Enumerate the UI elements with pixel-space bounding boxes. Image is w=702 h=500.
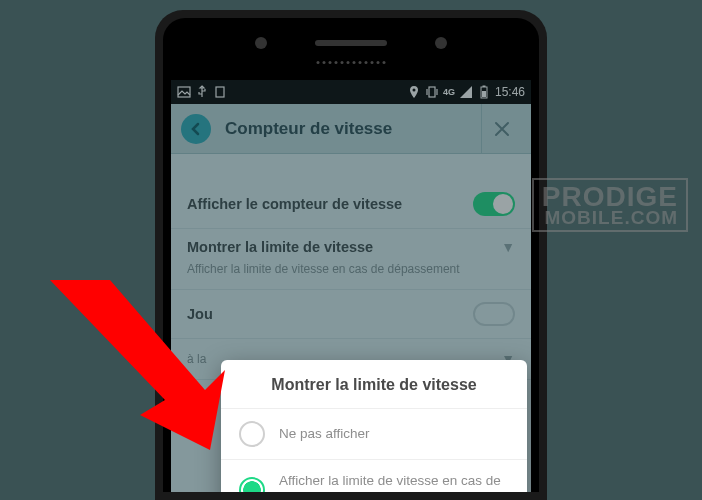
- watermark-line2: MOBILE.COM: [542, 209, 678, 226]
- svg-point-2: [412, 89, 415, 92]
- speed-limit-dialog: Montrer la limite de vitesse Ne pas affi…: [221, 360, 527, 492]
- svg-rect-0: [178, 87, 190, 97]
- watermark: PRODIGE MOBILE.COM: [532, 178, 688, 232]
- setting-label: Afficher le compteur de vitesse: [187, 196, 402, 212]
- back-button[interactable]: [181, 114, 211, 144]
- notification-icon: [213, 85, 227, 99]
- svg-rect-3: [429, 87, 435, 97]
- chevron-left-icon: [189, 122, 203, 136]
- setting-row-3[interactable]: Jou: [171, 290, 531, 339]
- setting-sub: Afficher la limite de vitesse en cas de …: [187, 262, 460, 276]
- phone-screen: 4G 15:46 Compteur de vitesse: [171, 80, 531, 492]
- network-type: 4G: [443, 87, 455, 97]
- svg-rect-6: [482, 91, 486, 97]
- close-button[interactable]: [481, 104, 521, 153]
- signal-icon: [459, 85, 473, 99]
- app-header: Compteur de vitesse: [171, 104, 531, 154]
- option-label: Afficher la limite de vitesse en cas de …: [279, 472, 509, 492]
- status-time: 15:46: [495, 85, 525, 99]
- settings-list: Afficher le compteur de vitesse Montrer …: [171, 154, 531, 380]
- chevron-down-icon: ▼: [501, 239, 515, 255]
- option-dont-show[interactable]: Ne pas afficher: [221, 408, 527, 459]
- radio-icon: [239, 421, 265, 447]
- setting-show-limit[interactable]: Montrer la limite de vitesse ▼: [171, 229, 531, 259]
- status-bar: 4G 15:46: [171, 80, 531, 104]
- phone-bezel: 4G 15:46 Compteur de vitesse: [163, 18, 539, 492]
- page-title: Compteur de vitesse: [211, 119, 481, 139]
- setting-label: Montrer la limite de vitesse: [187, 239, 373, 255]
- phone-speaker: [315, 40, 387, 46]
- radio-selected-icon: [239, 477, 265, 492]
- phone-frame: 4G 15:46 Compteur de vitesse: [155, 10, 547, 500]
- watermark-line1: PRODIGE: [542, 184, 678, 209]
- dialog-title: Montrer la limite de vitesse: [221, 360, 527, 408]
- setting-show-speedometer[interactable]: Afficher le compteur de vitesse: [171, 180, 531, 229]
- close-icon: [492, 119, 512, 139]
- vibrate-icon: [425, 85, 439, 99]
- location-icon: [407, 85, 421, 99]
- svg-rect-1: [216, 87, 224, 97]
- toggle-switch[interactable]: [473, 192, 515, 216]
- battery-icon: [477, 85, 491, 99]
- setting-sub: à la: [187, 352, 206, 366]
- usb-icon: [195, 85, 209, 99]
- option-label: Ne pas afficher: [279, 425, 370, 443]
- option-show-on-exceed[interactable]: Afficher la limite de vitesse en cas de …: [221, 459, 527, 492]
- toggle-outline[interactable]: [473, 302, 515, 326]
- svg-rect-5: [482, 86, 485, 88]
- setting-label: Jou: [187, 306, 213, 322]
- phone-sensor-dots: [317, 61, 386, 64]
- image-icon: [177, 85, 191, 99]
